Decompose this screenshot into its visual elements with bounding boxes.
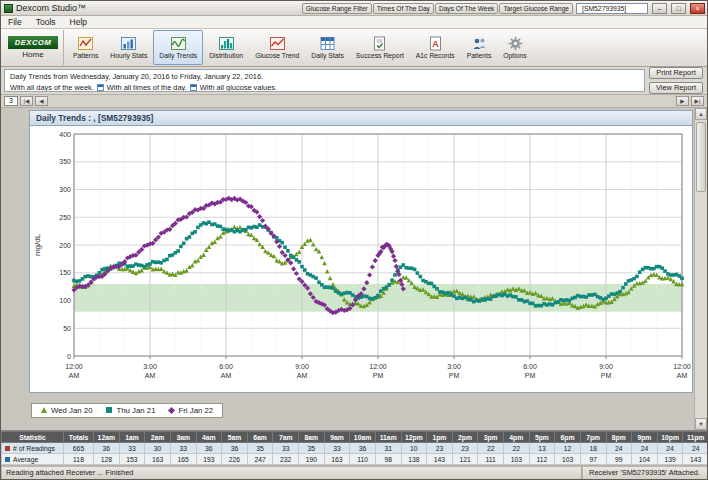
toolbar-button-daily-stats[interactable]: Daily Stats bbox=[305, 30, 349, 65]
value-cell: 163 bbox=[145, 454, 171, 465]
menu-help[interactable]: Help bbox=[63, 16, 94, 28]
hourly-stats-table: StatisticTotals12am1am2am3am4am5am6am7am… bbox=[1, 431, 707, 465]
titlebar-tab-glucose-range-filter[interactable]: Glucose Range Filter bbox=[302, 3, 372, 14]
toolbar-button-options[interactable]: Options bbox=[497, 30, 532, 65]
svg-text:200: 200 bbox=[59, 242, 71, 249]
titlebar-tab-days-of-the-week[interactable]: Days Of The Week bbox=[435, 3, 498, 14]
column-header-2am: 2am bbox=[145, 432, 171, 443]
column-header-12pm: 12pm bbox=[401, 432, 427, 443]
statistic-label: # of Readings bbox=[13, 445, 55, 452]
svg-text:AM: AM bbox=[677, 372, 688, 379]
column-header-5pm: 5pm bbox=[529, 432, 555, 443]
status-message: Reading attached Receiver ... Finished bbox=[1, 466, 582, 479]
square-marker-icon bbox=[106, 407, 112, 413]
scroll-up-icon[interactable]: ▲ bbox=[695, 108, 707, 120]
legend-item-wed-jan-20: Wed Jan 20 bbox=[41, 406, 92, 415]
toolbar-button-hourly-stats[interactable]: Hourly Stats bbox=[104, 30, 153, 65]
daily-trends-icon bbox=[171, 36, 186, 51]
app-icon bbox=[4, 4, 13, 13]
value-cell: 139 bbox=[657, 454, 683, 465]
window-title: Dexcom Studio™ bbox=[16, 3, 86, 13]
last-page-button[interactable]: ▶| bbox=[691, 96, 704, 106]
legend-label: Wed Jan 20 bbox=[51, 406, 92, 415]
dexcom-logo: DEXCOM bbox=[8, 36, 58, 49]
svg-text:mg/dL: mg/dL bbox=[33, 233, 42, 256]
svg-text:12:00: 12:00 bbox=[369, 363, 387, 370]
print-report-button[interactable]: Print Report bbox=[649, 67, 703, 79]
summary-line1: Daily Trends from Wednesday, January 20,… bbox=[10, 71, 639, 82]
value-cell: 121 bbox=[452, 454, 478, 465]
vertical-scrollbar[interactable]: ▲ ▼ bbox=[694, 108, 707, 430]
toolbar-button-success-report[interactable]: Success Report bbox=[350, 30, 410, 65]
minimize-button[interactable]: – bbox=[652, 3, 667, 14]
svg-text:6:00: 6:00 bbox=[219, 363, 233, 370]
toolbar-button-daily-trends[interactable]: Daily Trends bbox=[153, 30, 203, 65]
value-cell: 22 bbox=[504, 443, 530, 454]
patient-id-field[interactable]: [SM52793935] bbox=[576, 3, 648, 14]
column-header-7pm: 7pm bbox=[580, 432, 606, 443]
column-header-1am: 1am bbox=[119, 432, 145, 443]
menu-file[interactable]: File bbox=[1, 16, 29, 28]
toolbar-button-distribution[interactable]: Distribution bbox=[203, 30, 249, 65]
totals-cell: 118 bbox=[64, 454, 94, 465]
value-cell: 33 bbox=[170, 443, 196, 454]
svg-text:9:00: 9:00 bbox=[599, 363, 613, 370]
svg-text:300: 300 bbox=[59, 186, 71, 193]
value-cell: 165 bbox=[170, 454, 196, 465]
menubar-items: FileToolsHelp bbox=[1, 16, 707, 29]
first-page-button[interactable]: |◀ bbox=[20, 96, 33, 106]
table-row-of-readings: # of Readings665363330333636353335333631… bbox=[2, 443, 708, 454]
value-cell: 111 bbox=[478, 454, 504, 465]
page-number-box[interactable]: 3 bbox=[4, 96, 18, 106]
toolbar-button-glucose-trend[interactable]: Glucose Trend bbox=[249, 30, 305, 65]
scroll-down-icon[interactable]: ▼ bbox=[695, 418, 707, 430]
close-button[interactable]: × bbox=[690, 3, 705, 14]
svg-text:3:00: 3:00 bbox=[447, 363, 461, 370]
chart-panel-title: Daily Trends : , [SM52793935] bbox=[29, 110, 693, 125]
view-report-button[interactable]: View Report bbox=[649, 82, 703, 94]
value-cell: 30 bbox=[145, 443, 171, 454]
hourly-stats-table-wrap: StatisticTotals12am1am2am3am4am5am6am7am… bbox=[1, 430, 707, 465]
value-cell: 163 bbox=[324, 454, 350, 465]
titlebar-tab-times-of-the-day[interactable]: Times Of The Day bbox=[373, 3, 434, 14]
toolbar-button-label: Patients bbox=[467, 52, 492, 59]
home-button[interactable]: DEXCOM Home bbox=[3, 30, 64, 65]
daily-stats-icon bbox=[320, 36, 335, 51]
toolbar-button-label: Patterns bbox=[73, 52, 98, 59]
totals-cell: 665 bbox=[64, 443, 94, 454]
next-page-button[interactable]: ▶ bbox=[676, 96, 689, 106]
column-header-8pm: 8pm bbox=[606, 432, 632, 443]
value-cell: 33 bbox=[324, 443, 350, 454]
toolbar-button-a1c-records[interactable]: AA1c Records bbox=[410, 30, 461, 65]
svg-text:PM: PM bbox=[601, 372, 612, 379]
scrollbar-track[interactable] bbox=[695, 120, 707, 418]
value-cell: 33 bbox=[119, 443, 145, 454]
maximize-button[interactable]: □ bbox=[671, 3, 686, 14]
svg-text:3:00: 3:00 bbox=[143, 363, 157, 370]
prev-page-button[interactable]: ◀ bbox=[35, 96, 48, 106]
toolbar-button-label: Hourly Stats bbox=[110, 52, 147, 59]
value-cell: 97 bbox=[580, 454, 606, 465]
menu-tools[interactable]: Tools bbox=[29, 16, 63, 28]
summary-line2-part1: With all days of the week. bbox=[10, 83, 94, 92]
value-cell: 193 bbox=[196, 454, 222, 465]
legend-label: Thu Jan 21 bbox=[116, 406, 155, 415]
column-header-3pm: 3pm bbox=[478, 432, 504, 443]
column-header-9am: 9am bbox=[324, 432, 350, 443]
toolbar-button-patterns[interactable]: Patterns bbox=[67, 30, 104, 65]
glucose-filter-icon bbox=[190, 84, 197, 91]
titlebar-tab-target-glucose-range[interactable]: Target Glucose Range bbox=[499, 3, 573, 14]
scrollbar-thumb[interactable] bbox=[696, 122, 706, 192]
statistic-cell: Average bbox=[2, 454, 64, 465]
value-cell: 153 bbox=[119, 454, 145, 465]
svg-text:PM: PM bbox=[449, 372, 460, 379]
toolbar-button-label: Options bbox=[503, 52, 526, 59]
titlebar-tabs: Glucose Range FilterTimes Of The DayDays… bbox=[302, 3, 573, 14]
home-label: Home bbox=[22, 50, 43, 59]
legend-label: Fri Jan 22 bbox=[178, 406, 213, 415]
toolbar-buttons: PatternsHourly StatsDaily TrendsDistribu… bbox=[67, 30, 533, 65]
column-header-7am: 7am bbox=[273, 432, 299, 443]
statistic-cell: # of Readings bbox=[2, 443, 64, 454]
a1c-records-icon: A bbox=[428, 36, 443, 51]
toolbar-button-patients[interactable]: Patients bbox=[461, 30, 498, 65]
